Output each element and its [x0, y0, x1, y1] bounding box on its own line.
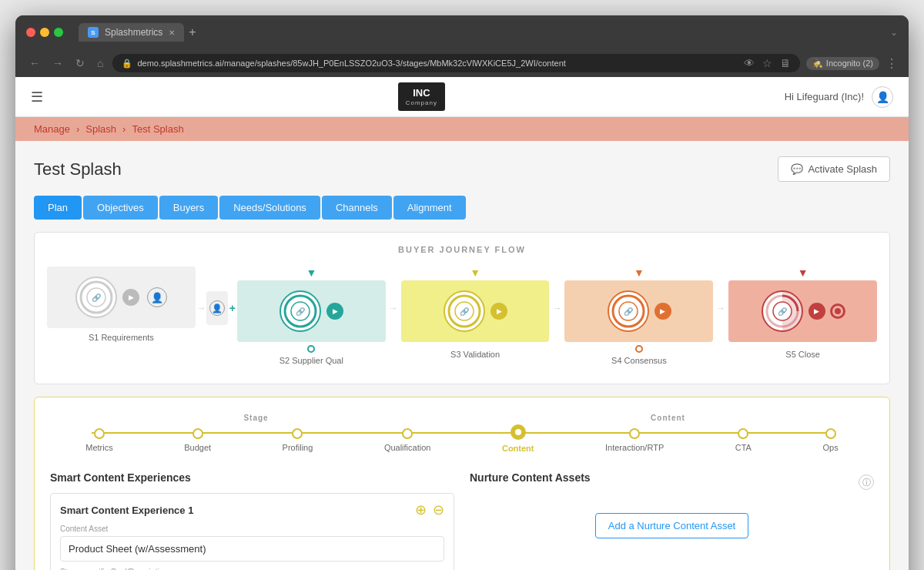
play-s5[interactable]: ▶ [808, 303, 825, 320]
play-s4[interactable]: ▶ [654, 303, 671, 320]
hamburger-menu[interactable]: ☰ [31, 89, 43, 106]
nav-label-qualification: Qualification [384, 443, 431, 452]
tab-objectives[interactable]: Objectives [83, 196, 158, 220]
experience-header: Smart Content Experience 1 ⊕ ⊖ [60, 501, 444, 518]
traffic-lights [26, 28, 63, 37]
breadcrumb-current: Test Splash [132, 123, 183, 135]
add-experience-button[interactable]: ⊕ [415, 501, 427, 518]
play-s1[interactable]: ▶ [122, 289, 139, 306]
eye-slash-icon: 👁 [744, 57, 755, 69]
user-avatar[interactable]: 👤 [872, 86, 893, 108]
nav-dot-qualification[interactable]: Qualification [384, 428, 431, 452]
logo-area: INC Company [59, 82, 785, 111]
tab-alignment[interactable]: Alignment [393, 196, 466, 220]
stage-s5: ▼ [728, 267, 877, 365]
address-bar[interactable]: 🔒 demo.splashmetrics.ai/manage/splashes/… [112, 54, 799, 72]
tab-plan[interactable]: Plan [34, 196, 82, 220]
tab-bar: S Splashmetrics ✕ + [79, 23, 196, 42]
nav-dot-ops[interactable]: Ops [822, 428, 838, 452]
activate-icon: 💬 [791, 163, 803, 175]
nav-dot-interaction[interactable]: Interaction/RTP [605, 428, 664, 452]
content-asset-value: Product Sheet (w/Assessment) [60, 536, 444, 562]
stage-s3-label: S3 Validation [450, 350, 500, 359]
nurture-content: Add a Nurture Content Asset [470, 505, 874, 538]
tab-nav: Plan Objectives Buyers Needs/Solutions C… [34, 196, 890, 220]
activate-splash-button[interactable]: 💬 Activate Splash [778, 156, 890, 182]
app-content: ☰ INC Company Hi Lifeguard (Inc)! 👤 Mana… [15, 77, 909, 570]
breadcrumb-sep-2: › [122, 123, 126, 135]
add-nurture-button[interactable]: Add a Nurture Content Asset [595, 513, 748, 538]
incognito-badge: 🕵 Incognito (2) [806, 57, 879, 70]
content-section-label: Content [651, 414, 685, 422]
incognito-label: Incognito (2) [826, 59, 873, 68]
close-button[interactable] [26, 28, 35, 37]
play-s3[interactable]: ▶ [490, 303, 507, 320]
breadcrumb-manage[interactable]: Manage [34, 123, 70, 135]
stage-section-label: Stage [243, 414, 268, 422]
nav-dot-budget[interactable]: Budget [184, 428, 211, 452]
wheel-s1[interactable]: 🔗 [75, 276, 118, 319]
play-s2[interactable]: ▶ [326, 303, 343, 320]
user-greeting: Hi Lifeguard (Inc)! [785, 91, 864, 102]
nav-label-budget: Budget [184, 443, 211, 452]
nav-section-labels: Stage Content [50, 410, 874, 424]
tab-needs-solutions[interactable]: Needs/Solutions [219, 196, 320, 220]
app-header: ☰ INC Company Hi Lifeguard (Inc)! 👤 [15, 77, 909, 117]
experience-1-title: Smart Content Experience 1 [60, 505, 193, 516]
page-title: Test Splash [34, 159, 122, 179]
forward-button[interactable]: → [49, 54, 66, 72]
experience-actions: ⊕ ⊖ [415, 501, 444, 518]
user-area: Hi Lifeguard (Inc)! 👤 [785, 86, 893, 108]
stage-s2: ▼ � [237, 267, 386, 365]
connector-s2-s3: → [386, 267, 401, 350]
svg-text:🔗: 🔗 [296, 307, 306, 317]
bookmark-icon[interactable]: ☆ [762, 57, 772, 69]
browser-frame: S Splashmetrics ✕ + ⌄ ← → ↻ ⌂ 🔒 demo.spl… [15, 15, 909, 570]
wheel-s4[interactable]: 🔗 [607, 290, 650, 333]
minimize-button[interactable] [40, 28, 49, 37]
wheel-s5[interactable]: 🔗 [761, 290, 804, 333]
browser-tab[interactable]: S Splashmetrics ✕ [79, 23, 184, 42]
back-button[interactable]: ← [26, 54, 43, 72]
browser-titlebar: S Splashmetrics ✕ + ⌄ [15, 15, 909, 49]
browser-menu-button[interactable]: ⌄ [890, 27, 898, 38]
home-button[interactable]: ⌂ [94, 54, 106, 72]
wheel-s3[interactable]: 🔗 [443, 290, 486, 333]
nav-dot-cta[interactable]: CTA [735, 428, 752, 452]
url-display: demo.splashmetrics.ai/manage/splashes/85… [137, 59, 565, 68]
maximize-button[interactable] [54, 28, 63, 37]
remove-experience-button[interactable]: ⊖ [433, 501, 444, 518]
smart-content-title: Smart Content Experiences [50, 471, 454, 484]
svg-text:🔗: 🔗 [778, 307, 788, 317]
nav-label-ops: Ops [822, 443, 838, 452]
stage-s5-label: S5 Close [785, 350, 820, 359]
tab-close-button[interactable]: ✕ [169, 28, 175, 37]
funnel-s4: ▼ [564, 267, 713, 279]
stage-nav-panel: Stage Content Metri [34, 397, 890, 570]
nav-dot-content[interactable]: Content [502, 427, 534, 453]
content-panels: Smart Content Experiences Smart Content … [50, 465, 874, 570]
nav-dot-profiling[interactable]: Profiling [283, 428, 313, 452]
page-header: Test Splash 💬 Activate Splash [34, 156, 890, 182]
tab-favicon: S [88, 27, 99, 38]
left-panel: Smart Content Experiences Smart Content … [50, 471, 454, 570]
wheel-s2[interactable]: 🔗 [279, 290, 322, 333]
tab-buyers[interactable]: Buyers [159, 196, 218, 220]
new-tab-button[interactable]: + [189, 25, 196, 39]
nav-dot-metrics[interactable]: Metrics [85, 428, 112, 452]
lock-icon: 🔒 [122, 59, 132, 69]
nav-label-profiling: Profiling [283, 443, 313, 452]
tab-channels[interactable]: Channels [322, 196, 392, 220]
main-content: Test Splash 💬 Activate Splash Plan Objec… [15, 141, 909, 570]
desktop-icon[interactable]: 🖥 [780, 57, 791, 69]
app-logo: INC Company [398, 82, 445, 111]
right-panel: Nurture Content Assets ⓘ Add a Nurture C… [470, 471, 874, 570]
reload-button[interactable]: ↻ [72, 54, 88, 72]
info-icon[interactable]: ⓘ [859, 474, 874, 490]
content-asset-field: Content Asset Product Sheet (w/Assessmen… [60, 525, 444, 562]
nav-label-metrics: Metrics [85, 443, 112, 452]
browser-options-button[interactable]: ⋮ [886, 56, 898, 71]
breadcrumb-splash[interactable]: Splash [85, 123, 116, 135]
address-bar-icons: 👁 ☆ 🖥 [744, 57, 791, 69]
nav-label-content: Content [502, 444, 534, 453]
